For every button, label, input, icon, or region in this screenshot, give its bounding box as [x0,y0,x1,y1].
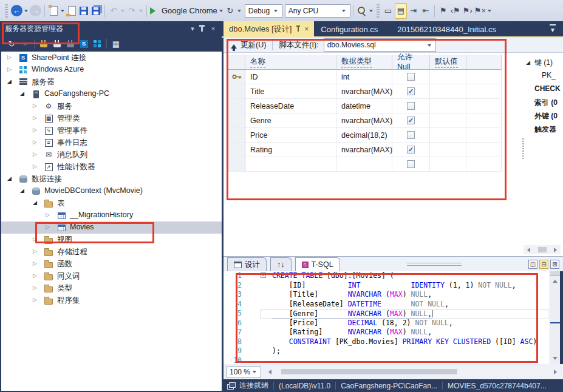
context-item[interactable]: 外键 (0 [526,109,563,123]
tree-item-服务[interactable]: ▷⚙服务 [1,100,222,112]
tab-configuration-cs[interactable]: Configuration.cs [315,21,383,37]
toggle-bookmark-button[interactable]: ⚑ [438,4,449,18]
expanded-arrow-icon[interactable]: ◢ [20,90,24,96]
next-bookmark-button[interactable]: ⚑› [462,4,473,18]
expanded-arrow-icon[interactable]: ◢ [526,59,530,66]
row-header[interactable] [228,128,245,143]
tab-tsql[interactable]: S T-SQL [295,257,340,271]
refresh-icon[interactable]: ↻ [5,38,18,50]
code-line-1[interactable]: 1−CREATE TABLE [dbo].[Movies] ( [223,271,550,281]
row-header[interactable] [228,143,245,157]
pin-icon[interactable] [201,26,203,32]
scroll-up-icon[interactable] [553,277,558,283]
solution-platform-combobox[interactable]: Any CPU [285,4,350,18]
cell-name[interactable]: Price [245,128,336,143]
browser-target-caret[interactable] [219,10,223,14]
tree-item-windows-azure[interactable]: ▷Windows Azure [1,64,222,76]
azure-icon[interactable] [91,38,103,50]
split-window-handle[interactable] [550,271,560,276]
context-item[interactable]: PK_ [526,69,563,83]
allow-null-checkbox[interactable] [407,146,415,154]
cell-datatype[interactable]: datetime [336,99,392,113]
scroll-down-icon[interactable] [553,357,558,362]
context-item[interactable]: 触发器 [526,123,563,136]
row-header[interactable] [228,84,245,99]
outdent-button[interactable]: ⇤ [420,4,431,18]
cell-datatype[interactable]: int [336,70,392,84]
collapsed-arrow-icon[interactable]: ▷ [33,151,37,157]
row-header[interactable] [228,99,245,113]
cell-default[interactable] [430,70,466,84]
connect-to-sharepoint-icon[interactable] [64,38,77,50]
start-debugging-button[interactable]: Google Chrome [150,4,217,18]
tree-item-管理事件[interactable]: ▷ϟ管理事件 [1,124,222,137]
hscroll-right-icon[interactable] [554,370,559,374]
expanded-arrow-icon[interactable]: ◢ [7,175,12,181]
tree-item-数据连接[interactable]: ◢数据连接 [1,173,222,185]
tab-201506210348440-initial-cs[interactable]: 201506210348440_Initial.cs [392,21,502,37]
toolbar-grip[interactable] [5,4,8,18]
allow-null-checkbox[interactable] [407,73,415,81]
code-line-7[interactable]: 7 [Rating] NVARCHAR (MAX) NULL, [223,328,550,337]
navigate-back-button[interactable]: ← [11,4,22,18]
code-line-8[interactable]: 8 CONSTRAINT [PK_dbo.Movies] PRIMARY KEY… [223,337,550,347]
connect-to-database-icon[interactable] [38,38,50,50]
view-code-button[interactable]: ▤ [395,3,407,19]
tree-item-程序集[interactable]: ▷程序集 [1,294,222,306]
tree-item-管理类[interactable]: ▷▦管理类 [1,112,222,124]
cell-name[interactable]: Genre [245,113,336,128]
cell-allow-null[interactable] [392,128,430,143]
toolbar-options-caret[interactable] [369,10,373,14]
editor-vertical-scrollbar[interactable] [550,271,560,364]
designer-horizontal-scrollbar[interactable] [524,245,561,254]
collapsed-arrow-icon[interactable]: ▷ [33,103,37,109]
collapsed-arrow-icon[interactable]: ▷ [46,212,50,218]
editor-horizontal-scrollbar[interactable] [274,367,551,376]
close-icon[interactable]: × [208,24,218,33]
tree-item-表[interactable]: ◢表 [1,197,222,209]
expanded-arrow-icon[interactable]: ◢ [33,200,37,206]
horizontal-split-button[interactable]: ⊟ [539,260,548,269]
toolbar-grip[interactable] [377,4,380,18]
context-item[interactable]: 索引 (0 [526,96,563,109]
pane-splitter-grip[interactable] [407,263,462,266]
allow-null-checkbox[interactable] [407,102,415,110]
code-line-5[interactable]: 5 [Genre] NVARCHAR (MAX) NULL, [223,309,550,319]
tree-item-类型[interactable]: ▷类型 [1,282,222,294]
collapsed-arrow-icon[interactable]: ▷ [33,272,37,279]
allow-null-checkbox[interactable] [407,87,415,95]
collapsed-arrow-icon[interactable]: ▷ [33,260,37,266]
code-line-4[interactable]: 4 [ReleaseDate] DATETIME NOT NULL, [223,300,550,309]
connect-to-server-icon[interactable] [51,38,63,50]
column-header-2[interactable]: 数据类型 [336,55,392,70]
cell-allow-null[interactable] [392,99,430,113]
cell-default[interactable] [430,143,466,157]
scroll-right-icon[interactable] [554,248,559,252]
add-item-button[interactable] [66,4,77,18]
redo-button[interactable]: ↷ [126,4,137,18]
collapsed-arrow-icon[interactable]: ▷ [33,236,37,242]
tab-design[interactable]: 设计 [227,257,267,271]
expanded-arrow-icon[interactable]: ◢ [7,78,12,84]
close-icon[interactable]: × [304,25,309,33]
cell-datatype[interactable]: nvarchar(MAX) [336,84,392,99]
cell-default[interactable] [430,128,466,143]
context-item[interactable]: CHECK [526,83,563,96]
collapsed-arrow-icon[interactable]: ▷ [7,54,12,60]
swap-panes-button[interactable]: ⊠ [550,260,559,269]
cell-name[interactable] [245,157,336,172]
script-file-combobox[interactable]: dbo.Movies.sql [324,38,436,52]
tree-item-同义词[interactable]: ▷同义词 [1,270,222,282]
context-pane-splitter[interactable] [522,138,524,160]
collapsed-arrow-icon[interactable]: ▷ [46,224,50,230]
previous-bookmark-button[interactable]: ‹⚑ [450,4,461,18]
cell-default[interactable] [430,99,466,113]
vertical-split-button[interactable]: ◫ [528,260,537,269]
tree-item-sharepoint-连接[interactable]: ▷SSharePoint 连接 [1,52,222,64]
clear-bookmarks-button[interactable]: ⚑× [474,4,486,18]
refresh-caret[interactable] [237,10,241,14]
cell-name[interactable]: Title [245,84,336,99]
scroll-left-icon[interactable] [525,248,530,252]
tree-item-服务器[interactable]: ◢服务器 [1,76,222,88]
sql-server-object-explorer-icon[interactable]: S [78,38,90,50]
